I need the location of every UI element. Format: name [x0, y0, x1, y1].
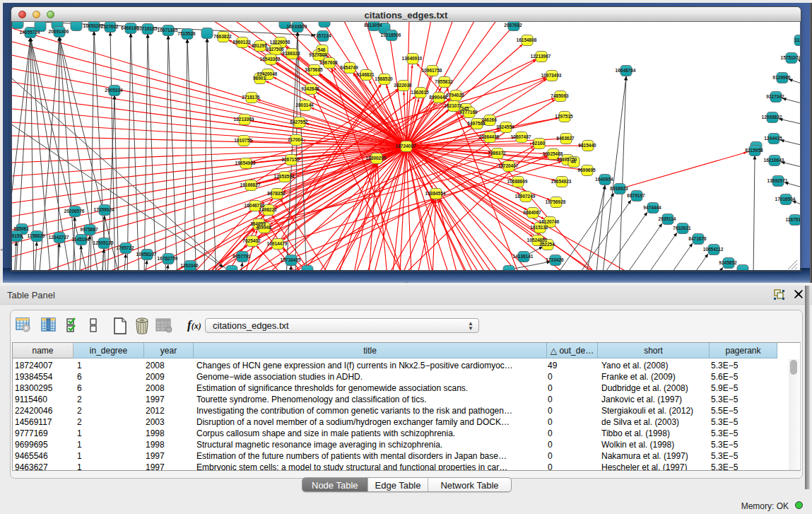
- svg-text:39159: 39159: [12, 233, 22, 238]
- svg-text:19654923: 19654923: [551, 179, 572, 184]
- svg-text:1244415: 1244415: [764, 136, 782, 141]
- svg-text:8938923: 8938923: [610, 186, 628, 191]
- svg-text:16154808: 16154808: [517, 37, 537, 42]
- svg-text:62160: 62160: [532, 141, 545, 146]
- svg-text:7632621: 7632621: [673, 226, 691, 230]
- svg-text:7663822: 7663822: [213, 34, 232, 39]
- svg-text:16914479: 16914479: [267, 241, 288, 246]
- svg-text:9129966: 9129966: [772, 75, 791, 80]
- svg-text:16543362: 16543362: [260, 57, 281, 62]
- svg-text:10654112: 10654112: [703, 247, 724, 252]
- svg-text:14055724: 14055724: [20, 30, 40, 35]
- svg-text:18907249: 18907249: [515, 194, 536, 199]
- svg-text:6497568: 6497568: [467, 121, 486, 126]
- svg-text:16671385: 16671385: [158, 28, 178, 33]
- svg-text:2087682: 2087682: [504, 23, 522, 28]
- svg-text:9699695: 9699695: [577, 168, 596, 173]
- svg-text:15751074: 15751074: [781, 55, 800, 60]
- svg-text:2967608: 2967608: [319, 60, 338, 65]
- svg-text:8427552: 8427552: [290, 119, 308, 124]
- svg-text:252254: 252254: [539, 242, 555, 247]
- svg-text:12213369: 12213369: [234, 117, 254, 122]
- svg-text:8186328: 8186328: [282, 51, 300, 56]
- svg-text:13226058: 13226058: [270, 40, 290, 45]
- svg-text:9146821: 9146821: [356, 72, 375, 77]
- svg-text:7485063: 7485063: [551, 93, 569, 98]
- svg-text:2718176: 2718176: [242, 95, 260, 100]
- svg-text:19384554: 19384554: [425, 191, 446, 196]
- svg-text:16782759: 16782759: [158, 256, 178, 261]
- svg-text:98901: 98901: [253, 76, 266, 81]
- svg-text:1362615: 1362615: [411, 90, 429, 95]
- svg-text:16120746: 16120746: [539, 219, 560, 224]
- svg-text:9327508: 9327508: [309, 52, 327, 57]
- svg-text:10719185: 10719185: [137, 26, 158, 31]
- svg-text:1010755: 1010755: [234, 138, 252, 143]
- svg-text:1795722: 1795722: [116, 245, 134, 250]
- svg-text:8813054: 8813054: [364, 23, 382, 28]
- svg-text:10807487: 10807487: [511, 134, 531, 139]
- svg-text:7515526: 7515526: [177, 31, 196, 36]
- svg-text:1527602: 1527602: [100, 24, 119, 29]
- svg-text:12342737: 12342737: [49, 235, 69, 240]
- svg-text:20364436: 20364436: [479, 134, 500, 139]
- svg-text:16210643: 16210643: [764, 158, 784, 163]
- svg-text:8471676: 8471676: [688, 236, 707, 241]
- svg-text:7625402: 7625402: [242, 238, 261, 243]
- svg-text:8678352: 8678352: [267, 191, 286, 196]
- svg-text:9227342: 9227342: [766, 94, 784, 99]
- svg-text:10958107: 10958107: [136, 252, 157, 257]
- svg-text:1112: 1112: [794, 37, 800, 42]
- svg-text:10688609: 10688609: [507, 179, 528, 184]
- svg-text:15720407: 15720407: [498, 163, 519, 168]
- svg-text:8990448: 8990448: [429, 95, 447, 100]
- svg-text:8960123: 8960123: [233, 40, 251, 45]
- svg-text:44: 44: [570, 159, 576, 164]
- svg-text:9242848: 9242848: [301, 86, 319, 91]
- svg-text:3822036: 3822036: [394, 83, 412, 88]
- svg-text:1615132: 1615132: [530, 225, 548, 230]
- svg-text:546: 546: [318, 47, 326, 52]
- svg-text:16033809: 16033809: [287, 24, 307, 29]
- svg-text:17359924: 17359924: [94, 207, 114, 212]
- svg-text:20691406: 20691406: [49, 29, 69, 34]
- svg-text:20206576: 20206576: [64, 209, 85, 214]
- svg-text:8215958: 8215958: [745, 148, 763, 153]
- svg-text:17016504: 17016504: [775, 197, 796, 201]
- svg-text:1167531: 1167531: [786, 217, 800, 222]
- svg-text:1297515: 1297515: [555, 114, 573, 119]
- svg-text:1588520: 1588520: [375, 76, 393, 81]
- svg-text:9463627: 9463627: [556, 136, 575, 141]
- svg-text:9327506: 9327506: [266, 47, 284, 52]
- svg-text:2803144: 2803144: [295, 103, 314, 107]
- svg-text:19218506: 19218506: [381, 33, 401, 37]
- svg-text:9815440: 9815440: [578, 143, 596, 148]
- svg-text:891295: 891295: [252, 43, 267, 48]
- svg-text:9684067: 9684067: [523, 210, 541, 215]
- svg-text:14136141: 14136141: [513, 254, 534, 259]
- svg-text:12093832: 12093832: [762, 115, 782, 119]
- svg-text:13640910: 13640910: [402, 56, 423, 61]
- svg-text:8454749: 8454749: [340, 65, 358, 70]
- svg-text:1145194: 1145194: [72, 237, 90, 242]
- svg-text:9457791: 9457791: [233, 254, 251, 259]
- svg-text:2905334: 2905334: [105, 88, 123, 93]
- svg-text:6879197: 6879197: [627, 193, 645, 198]
- svg-text:12353594: 12353594: [274, 174, 295, 179]
- svg-text:7357224: 7357224: [313, 33, 331, 38]
- svg-text:9474444: 9474444: [643, 205, 661, 210]
- svg-text:10973493: 10973493: [541, 73, 562, 78]
- svg-text:10961758: 10961758: [422, 68, 442, 73]
- svg-text:2935114: 2935114: [659, 216, 676, 221]
- svg-text:3824554: 3824554: [496, 124, 514, 129]
- svg-text:18724007: 18724007: [396, 144, 416, 148]
- svg-text:13692971: 13692971: [767, 178, 788, 183]
- svg-text:9245652: 9245652: [719, 260, 737, 265]
- svg-text:12213967: 12213967: [531, 54, 551, 59]
- svg-text:1498222: 1498222: [259, 207, 277, 212]
- svg-text:9777169: 9777169: [459, 110, 478, 115]
- svg-text:15716485: 15716485: [281, 257, 301, 262]
- svg-text:7986372: 7986372: [488, 151, 506, 156]
- svg-text:16648784: 16648784: [616, 68, 636, 73]
- svg-text:9975867: 9975867: [80, 227, 98, 232]
